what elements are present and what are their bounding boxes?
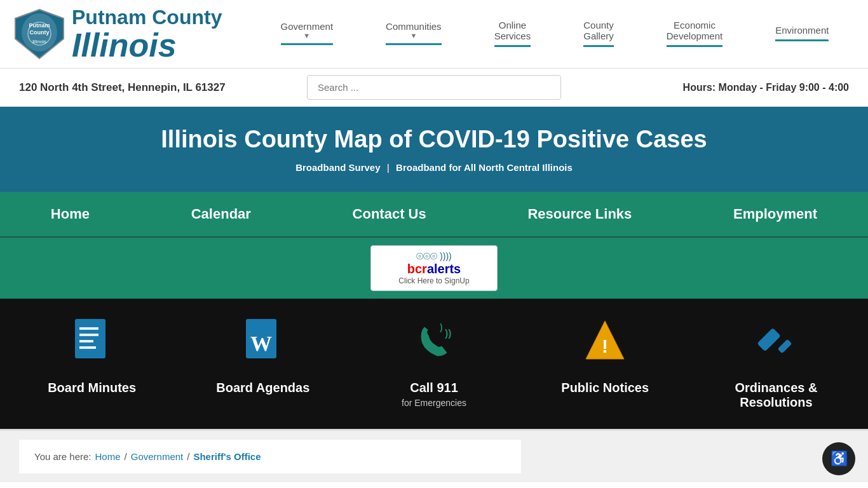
nav-label-economic-development: EconomicDevelopment: [667, 20, 722, 41]
hero-title: Illinois County Map of COVID-19 Positive…: [13, 126, 855, 153]
logo-county: Putnam County: [72, 6, 222, 29]
chevron-down-icon: ▼: [281, 32, 334, 39]
warning-icon: !: [522, 318, 688, 374]
green-navigation-bar: Home Calendar Contact Us Resource Links …: [0, 192, 868, 236]
gavel-icon: [693, 318, 859, 374]
logo-state: Illinois: [72, 29, 222, 62]
svg-text:)): )): [445, 328, 452, 339]
logo-text: Putnam County Illinois: [72, 6, 222, 62]
svg-text:!: !: [602, 336, 608, 356]
hours-text: Hours: Monday - Friday 9:00 - 4:00: [620, 82, 849, 93]
svg-rect-9: [79, 340, 93, 342]
nav-label-online-services: OnlineServices: [494, 20, 531, 41]
nav-item-government[interactable]: Government ▼: [273, 16, 341, 52]
green-nav-employment[interactable]: Employment: [714, 192, 836, 236]
green-nav-calendar[interactable]: Calendar: [172, 192, 270, 236]
nav-label-government: Government: [281, 21, 334, 32]
bcr-signup-text: Click Here to SignUp: [381, 276, 487, 285]
search-input[interactable]: [307, 75, 561, 100]
phone-icon: )) ): [351, 318, 517, 374]
svg-text:Illinois: Illinois: [32, 39, 46, 44]
accessibility-button[interactable]: ♿: [822, 442, 855, 475]
svg-rect-17: [757, 328, 781, 351]
chevron-down-icon: ▼: [386, 32, 442, 39]
breadcrumb-bar: You are here: Home / Government / Sherif…: [0, 429, 868, 482]
nav-item-county-gallery[interactable]: CountyGallery: [576, 15, 621, 54]
public-notices-label: Public Notices: [522, 381, 688, 395]
board-minutes-label: Board Minutes: [9, 381, 175, 395]
nav-item-environment[interactable]: Environment: [768, 20, 836, 48]
broadband-links: Broadband Survey | Broadband for All Nor…: [13, 162, 855, 173]
board-minutes-item[interactable]: Board Minutes: [6, 311, 177, 402]
svg-rect-18: [778, 339, 792, 354]
svg-rect-6: [75, 319, 105, 358]
breadcrumb-home-link[interactable]: Home: [95, 451, 121, 462]
nav-item-economic-development[interactable]: EconomicDevelopment: [659, 15, 730, 54]
main-navigation: Government ▼ Communities ▼ OnlineService…: [254, 15, 855, 54]
board-agendas-item[interactable]: W Board Agendas: [177, 311, 348, 402]
nav-item-online-services[interactable]: OnlineServices: [487, 15, 539, 54]
bcr-red-text: bcr: [407, 262, 427, 276]
nav-label-communities: Communities: [386, 21, 442, 32]
public-notices-item[interactable]: ! Public Notices: [520, 311, 691, 402]
svg-text:): ): [440, 322, 443, 332]
board-agendas-icon: W: [180, 318, 346, 374]
hero-banner: Illinois County Map of COVID-19 Positive…: [0, 107, 868, 192]
svg-text:W: W: [250, 332, 272, 355]
ordinances-item[interactable]: Ordinances &Resolutions: [691, 311, 862, 416]
bcr-blue-text: alerts: [427, 262, 461, 276]
svg-rect-8: [79, 334, 98, 336]
ordinances-label: Ordinances &Resolutions: [693, 381, 859, 410]
breadcrumb-separator-1: /: [125, 451, 127, 462]
search-area: [248, 75, 620, 100]
bottom-icons-bar: Board Minutes W Board Agendas )) ) Call …: [0, 299, 868, 429]
svg-rect-7: [79, 327, 98, 330]
svg-text:County: County: [30, 29, 50, 36]
green-nav-contact-us[interactable]: Contact Us: [334, 192, 445, 236]
breadcrumb-government-link[interactable]: Government: [131, 451, 184, 462]
wheelchair-icon: ♿: [831, 451, 848, 467]
bcr-wave-icon: ⦾⦾⦾ )))): [381, 251, 487, 262]
logo-area[interactable]: Putnam County Illinois Putnam County Ill…: [13, 6, 254, 62]
board-agendas-label: Board Agendas: [180, 381, 346, 395]
breadcrumb: You are here: Home / Government / Sherif…: [19, 440, 521, 473]
bcr-main-text: bcralerts: [381, 262, 487, 276]
board-minutes-icon: [9, 318, 175, 374]
green-nav-home[interactable]: Home: [32, 192, 109, 236]
nav-item-communities[interactable]: Communities ▼: [378, 16, 449, 52]
call-911-item[interactable]: )) ) Call 911 for Emergencies: [348, 311, 519, 414]
broadband-survey-link[interactable]: Broadband Survey: [295, 162, 380, 173]
alerts-section: ⦾⦾⦾ )))) bcralerts Click Here to SignUp: [0, 236, 868, 299]
green-nav-resource-links[interactable]: Resource Links: [508, 192, 651, 236]
breadcrumb-separator-2: /: [187, 451, 189, 462]
nav-label-environment: Environment: [775, 25, 829, 36]
call-911-label: Call 911: [351, 381, 517, 395]
broadband-north-central-link[interactable]: Broadband for All North Central Illinois: [396, 162, 573, 173]
address-bar: 120 North 4th Street, Hennepin, IL 61327…: [0, 69, 868, 107]
site-header: Putnam County Illinois Putnam County Ill…: [0, 0, 868, 69]
call-911-sub: for Emergencies: [351, 398, 517, 408]
logo-shield-icon: Putnam County Illinois: [13, 7, 67, 61]
breadcrumb-current: Sheriff's Office: [193, 451, 261, 462]
bcr-alerts-badge[interactable]: ⦾⦾⦾ )))) bcralerts Click Here to SignUp: [370, 245, 498, 291]
address-text: 120 North 4th Street, Hennepin, IL 61327: [19, 81, 248, 94]
nav-label-county-gallery: CountyGallery: [583, 20, 614, 41]
you-are-here-label: You are here:: [34, 451, 92, 462]
svg-rect-10: [79, 346, 96, 349]
